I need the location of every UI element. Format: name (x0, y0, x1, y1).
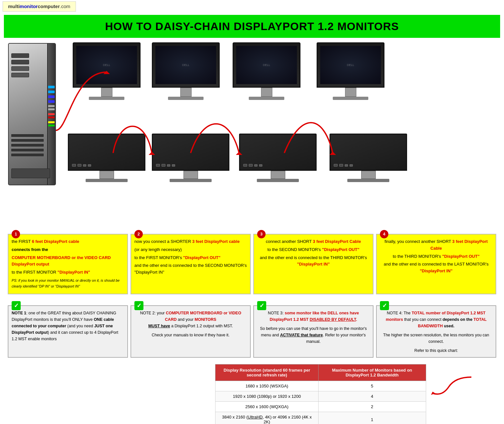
note-1: ✓ NOTE 1: one of the GREAT thing about D… (8, 305, 128, 358)
callout-4-line3: and the other end is connected to the LA… (380, 261, 492, 275)
callout-2: 2 now you connect a SHORTER 3 feet Displ… (131, 234, 251, 294)
table-row: 1920 x 1080 (1080p) or 1920 x 12004 (215, 391, 426, 402)
callout-3-line3: and the other end is connected to the TH… (257, 255, 370, 268)
callout-2-line1: now you connect a SHORTER 3 feet Display… (134, 238, 247, 245)
note-3: ✓ NOTE 3: some monitor like the DELL one… (253, 305, 373, 358)
callout-3: 3 connect another SHORT 3 feet DisplayPo… (253, 234, 373, 294)
computer-tower (8, 43, 57, 185)
diagram-area: DELL DELL DELL DELL (3, 40, 501, 227)
table-row: 3840 x 2160 (UltraHD, 4K) or 4096 x 2160… (215, 412, 426, 424)
note-2-text-normal: Check your manuals to know if they have … (134, 332, 247, 338)
table-row: 1680 x 1050 (WSXGA)5 (215, 381, 426, 391)
monitor-2-front: DELL (152, 42, 220, 100)
monitor-1-front: DELL (73, 42, 141, 100)
note-check-4: ✓ (380, 301, 389, 310)
callout-1-line4: to the FIRST MONITOR "DisplayPort IN" (12, 269, 124, 276)
table-cell-monitors: 5 (318, 381, 426, 391)
site-name-computer: computer (38, 4, 60, 9)
table-body: 1680 x 1050 (WSXGA)51920 x 1080 (1080p) … (215, 381, 426, 424)
note-4-text-part2: The higher the screen resolution, the le… (380, 332, 492, 345)
callout-3-line2: to the SECOND MONITOR's "DisplayPort OUT… (257, 246, 370, 253)
site-name: multimonitorcomputer.com (8, 4, 70, 9)
table-container: Display Resolution (standard 60 frames p… (215, 364, 426, 424)
table-cell-resolution: 1680 x 1050 (WSXGA) (215, 381, 319, 391)
callout-4-line1: finally, you connect another SHORT 3 fee… (380, 238, 492, 252)
monitor-2-back (152, 134, 229, 182)
callout-number-2: 2 (134, 230, 143, 238)
callout-2-line4: and the other end is connected to the SE… (134, 262, 247, 276)
monitor-4-back (330, 134, 407, 182)
monitor-4-front: DELL (317, 42, 384, 100)
note-2-text-bold: NOTE 2: your COMPUTER MOTHERBOARD or VID… (134, 310, 247, 329)
table-cell-resolution: 3840 x 2160 (UltraHD, 4K) or 4096 x 2160… (215, 412, 319, 424)
site-name-multi: multi (8, 4, 20, 9)
table-cell-resolution: 2560 x 1600 (WQXGA) (215, 402, 319, 412)
notes-area: ✓ NOTE 1: one of the GREAT thing about D… (5, 299, 499, 358)
callout-1-line3: COMPUTER MOTHERBOARD or the VIDEO CARD D… (12, 255, 124, 268)
note-check-3: ✓ (257, 301, 266, 310)
note-2: ✓ NOTE 2: your COMPUTER MOTHERBOARD or V… (131, 305, 251, 358)
title-banner: HOW TO DAISY-CHAIN DISPLAYPORT 1.2 MONIT… (4, 15, 500, 38)
callouts-area: 1 the FIRST 6 feet DisplayPort cable con… (5, 227, 499, 294)
note-4-text-part1: NOTE 4: The TOTAL number of DisplayPort … (380, 310, 492, 329)
table-header-monitors: Maximum Number of Monitors based on Disp… (318, 364, 426, 381)
table-cell-resolution: 1920 x 1080 (1080p) or 1920 x 1200 (215, 391, 319, 402)
table-cell-monitors: 4 (318, 391, 426, 402)
resolution-table: Display Resolution (standard 60 frames p… (215, 364, 426, 424)
site-name-dotcom: .com (60, 4, 70, 9)
note-3-text-part2: So before you can use that you'll have t… (257, 325, 370, 345)
monitor-1-back (68, 134, 145, 182)
callout-1-line2: connects from the (12, 246, 124, 253)
callout-number-3: 3 (257, 230, 266, 238)
callout-4-line2: to the THIRD MONITOR's "DisplayPort OUT" (380, 253, 492, 260)
note-1-text: NOTE 1: one of the GREAT thing about DAI… (12, 310, 124, 342)
note-3-text-part1: NOTE 3: some monitor like the DELL ones … (257, 310, 370, 323)
callout-2-line3: to the FIRST MONITOR's "DisplayPort OUT" (134, 255, 247, 261)
note-4: ✓ NOTE 4: The TOTAL number of DisplayPor… (376, 305, 496, 358)
table-header-resolution: Display Resolution (standard 60 frames p… (215, 364, 319, 381)
callout-3-line1: connect another SHORT 3 feet DisplayPort… (257, 238, 370, 245)
callout-2-line2: (or any length necessary) (134, 246, 247, 253)
callout-1-line1: the FIRST 6 feet DisplayPort cable (12, 238, 124, 245)
callout-1: 1 the FIRST 6 feet DisplayPort cable con… (8, 234, 128, 294)
note-4-text-part3: Refer to this quick chart: (380, 347, 492, 354)
callout-number-4: 4 (380, 230, 388, 238)
monitor-3-back (239, 134, 317, 182)
table-cell-monitors: 2 (318, 402, 426, 412)
note-check-1: ✓ (12, 301, 21, 310)
monitor-3-front: DELL (233, 42, 300, 100)
callout-4: 4 finally, you connect another SHORT 3 f… (376, 234, 496, 294)
arrow-to-table (429, 374, 475, 400)
table-cell-monitors: 1 (318, 412, 426, 424)
page-title: HOW TO DAISY-CHAIN DISPLAYPORT 1.2 MONIT… (7, 20, 497, 33)
table-row: 2560 x 1600 (WQXGA)2 (215, 402, 426, 412)
site-name-monitor: monitor (20, 4, 38, 9)
callout-number-1: 1 (12, 230, 20, 238)
note-check-2: ✓ (134, 301, 143, 310)
header-bar: multimonitorcomputer.com (3, 1, 76, 12)
callout-1-ps: PS: if you look in your monitor MANUAL o… (12, 278, 124, 289)
